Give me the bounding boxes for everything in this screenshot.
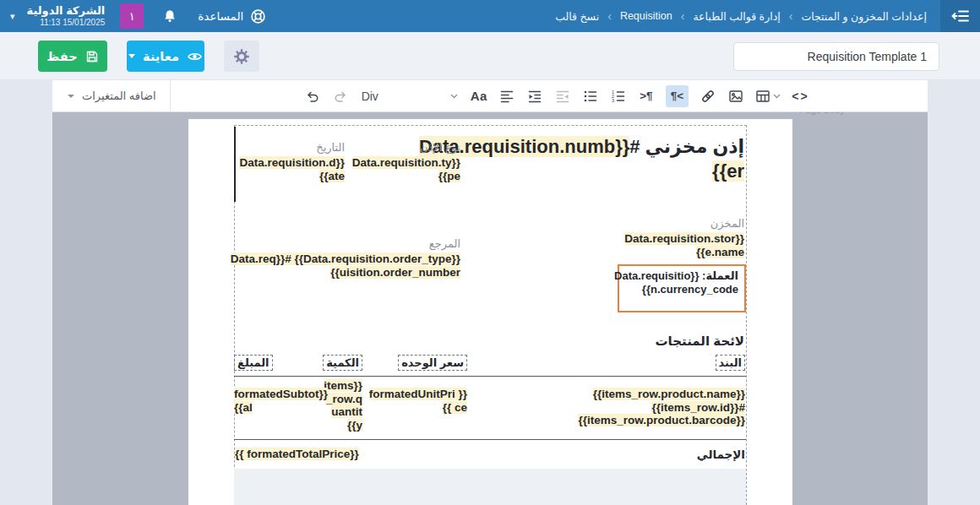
doc-title: إذن مخزني #Data.requisition.numb}} {{er — [440, 134, 744, 183]
doc-title-line1: إذن مخزني #Data.requisition.numb}} — [440, 134, 744, 159]
life-ring-icon — [250, 8, 266, 24]
currency-label: العملة: — [702, 269, 738, 282]
products-section-title: لائحة المنتجات — [656, 334, 744, 349]
template-variable: {{ ce — [443, 401, 467, 414]
table-total-row: الإجمالي {{ formatedTotalPrice}} — [234, 440, 746, 470]
chevron-down-icon — [68, 95, 74, 98]
help-button[interactable]: المساعدة — [198, 8, 266, 24]
gear-icon — [233, 48, 250, 65]
template-variable: {{y — [347, 419, 362, 432]
svg-text:3: 3 — [612, 98, 614, 103]
breadcrumb-print-templates[interactable]: إدارة قوالب الطباعة — [693, 10, 780, 23]
doc-title-line2: {{er — [440, 159, 744, 183]
company-selector[interactable]: الشركة الدولية 11:13 15/01/2025 — [27, 5, 106, 26]
paragraph-rtl-icon[interactable]: ¶< — [666, 85, 689, 107]
help-label: المساعدة — [198, 9, 243, 23]
floppy-save-icon — [85, 50, 99, 63]
link-icon[interactable] — [700, 85, 716, 107]
amount-cell: formatedSubtot}} {{al — [234, 377, 297, 439]
doc-currency-box[interactable]: العملة: Data.requisitio}} {{n.currency_c… — [618, 264, 746, 312]
eye-icon — [187, 49, 203, 64]
align-button[interactable] — [498, 85, 515, 107]
toolbar-tools: Div Aa 123 >¶ — [304, 85, 809, 107]
template-variable: uantit — [331, 405, 362, 418]
table-header-row: البند سعر الوحده الكمية المبلغ — [234, 355, 746, 377]
template-variable: {{pe — [438, 170, 460, 182]
table-item-row: {{items_row.product.name}} {{items_row.i… — [234, 377, 746, 440]
type-label: نوع الإذن — [347, 141, 460, 154]
template-variable: _row.q — [326, 393, 362, 405]
redo-icon[interactable] — [332, 85, 349, 107]
doc-store-field: المخزن Data.requisition.stor}} {{e.name — [575, 217, 744, 259]
doc-type-field: نوع الإذن Data.requisition.ty}} {{pe — [347, 141, 460, 183]
action-bar: حفظ معاينة — [0, 32, 980, 80]
chevron-down-icon — [128, 54, 135, 58]
indent-icon[interactable] — [526, 85, 543, 107]
template-variable: formatedUnitPri }} — [369, 388, 467, 400]
datetime-label: 11:13 15/01/2025 — [27, 18, 106, 27]
chevron-left-icon: ‹ — [681, 9, 685, 23]
collapse-menu-button[interactable] — [940, 0, 980, 32]
template-variable: Data.requisitio}} — [614, 269, 699, 282]
header-item[interactable]: البند — [716, 355, 745, 371]
outdent-icon[interactable] — [554, 85, 571, 107]
template-editor: اضافه المتغيرات Div Aa — [52, 80, 928, 505]
template-variable: {{uisition.order_number — [330, 266, 460, 279]
template-variable: {{ formatedTotalPrice}} — [235, 448, 359, 460]
doc-reference-field: المرجع Data.req}}# {{Data.requisition.or… — [232, 237, 460, 280]
undo-icon[interactable] — [304, 85, 321, 107]
company-dropdown-caret-icon[interactable]: ▾ — [10, 11, 15, 22]
header-quantity[interactable]: الكمية — [323, 355, 362, 371]
template-variable: Data.requisition.stor}} — [624, 232, 744, 245]
breadcrumb-requisition[interactable]: Requisition — [620, 10, 672, 22]
table-icon — [755, 89, 770, 104]
chevron-left-icon: ‹ — [607, 9, 612, 23]
page-footer-area — [234, 469, 746, 505]
font-style-button[interactable]: Aa — [471, 85, 487, 107]
template-variable: Data.req}}# {{Data.requisition.order_typ… — [231, 252, 460, 265]
company-name: الشركة الدولية — [27, 5, 106, 17]
page-sheet[interactable]: إذن مخزني #Data.requisition.numb}} {{er … — [188, 119, 792, 505]
topbar-left-cluster: ▾ الشركة الدولية 11:13 15/01/2025 ١ المس… — [0, 3, 266, 29]
breadcrumb-copy-template[interactable]: نسخ قالب — [555, 10, 599, 23]
app-window: ▾ الشركة الدولية 11:13 15/01/2025 ١ المس… — [0, 0, 980, 505]
save-button[interactable]: حفظ — [38, 41, 107, 72]
doc-date-field: التاريخ Data.requisition.d}} {{ate — [233, 141, 345, 183]
page-body-label: Page Body — [799, 112, 845, 115]
header-unit-price[interactable]: سعر الوحده — [398, 355, 467, 371]
template-variable: formatedSubtot}} — [234, 388, 328, 400]
chevron-down-icon — [773, 94, 781, 99]
editor-toolbar: اضافه المتغيرات Div Aa — [52, 80, 928, 112]
template-variable: {{al — [234, 401, 253, 414]
paragraph-ltr-icon[interactable]: >¶ — [638, 85, 655, 107]
bullet-list-icon[interactable] — [582, 85, 599, 107]
image-icon[interactable] — [727, 85, 744, 107]
page-body-region: إذن مخزني #Data.requisition.numb}} {{er … — [234, 125, 747, 505]
add-variables-label: اضافه المتغيرات — [82, 90, 156, 102]
preview-button[interactable]: معاينة — [127, 41, 204, 72]
block-format-value: Div — [362, 90, 378, 103]
top-navbar: ▾ الشركة الدولية 11:13 15/01/2025 ١ المس… — [0, 0, 980, 32]
total-label: الإجمالي — [697, 448, 745, 461]
notification-count: ١ — [129, 10, 135, 23]
bell-icon[interactable] — [162, 8, 177, 24]
template-variable: {{er — [712, 160, 744, 182]
template-variable: {{items_row.product.name}} — [593, 388, 745, 400]
template-variable: Data.requisition.d}} — [239, 156, 345, 169]
header-amount[interactable]: المبلغ — [234, 355, 273, 371]
notification-count-badge[interactable]: ١ — [120, 3, 144, 29]
template-name-input[interactable] — [733, 42, 939, 71]
table-insert-button[interactable] — [755, 85, 781, 107]
store-label: المخزن — [575, 217, 744, 230]
products-table: البند سعر الوحده الكمية المبلغ {{items_r… — [234, 355, 746, 470]
block-format-dropdown[interactable]: Div — [360, 90, 460, 103]
template-variable: {{n.currency_code — [642, 283, 738, 296]
breadcrumb-inventory-settings[interactable]: إعدادات المخزون و المنتجات — [801, 10, 927, 23]
add-variables-dropdown[interactable]: اضافه المتغيرات — [52, 80, 171, 112]
save-label: حفظ — [46, 50, 77, 63]
code-view-icon[interactable]: <> — [792, 85, 808, 107]
template-variable: items}} — [324, 379, 362, 392]
numbered-list-icon[interactable]: 123 — [610, 85, 627, 107]
settings-button[interactable] — [224, 41, 259, 72]
unit-price-cell: formatedUnitPri }} {{ ce — [362, 377, 467, 439]
